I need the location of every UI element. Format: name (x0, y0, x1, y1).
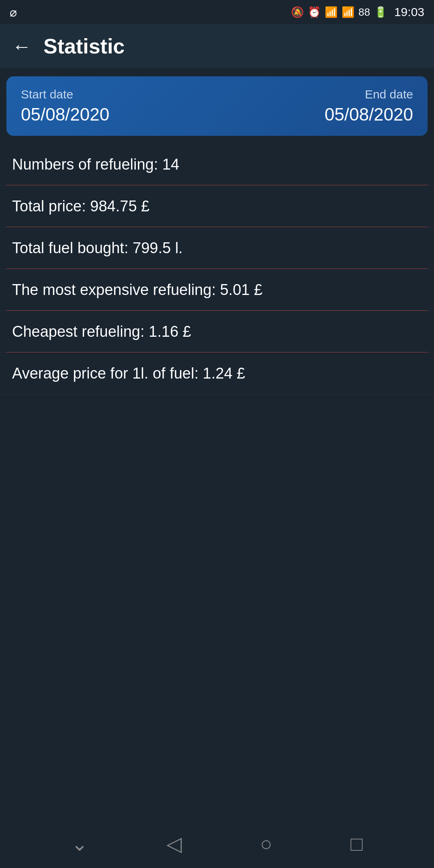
stats-list: Numbers of refueling: 14Total price: 984… (0, 144, 434, 395)
stat-text-refueling-count: Numbers of refueling: 14 (12, 156, 179, 173)
back-button[interactable]: ← (12, 35, 31, 57)
stat-text-most-expensive: The most expensive refueling: 5.01 £ (12, 281, 262, 298)
start-date-value: 05/08/2020 (21, 104, 109, 125)
status-bar: ⌀ 🔕 ⏰ 📶 📶 88 🔋 19:03 (0, 0, 434, 24)
end-date-value: 05/08/2020 (325, 104, 413, 125)
page-title: Statistic (43, 34, 125, 58)
end-date-section: End date 05/08/2020 (325, 88, 413, 125)
stat-item-total-price: Total price: 984.75 £ (0, 186, 434, 227)
battery-level: 88 (358, 6, 370, 18)
clock: 19:03 (394, 5, 424, 19)
stat-item-refueling-count: Numbers of refueling: 14 (0, 144, 434, 186)
stat-item-total-fuel: Total fuel bought: 799.5 l. (0, 227, 434, 269)
recents-icon[interactable]: □ (350, 832, 362, 856)
back-nav-icon[interactable]: ◁ (166, 832, 182, 856)
stat-text-cheapest: Cheapest refueling: 1.16 £ (12, 323, 191, 340)
status-bar-right: 🔕 ⏰ 📶 📶 88 🔋 19:03 (291, 5, 424, 19)
stat-item-cheapest: Cheapest refueling: 1.16 £ (0, 311, 434, 353)
status-bar-left: ⌀ (10, 5, 291, 19)
stat-text-average-price: Average price for 1l. of fuel: 1.24 £ (12, 365, 245, 382)
alarm-icon: ⏰ (308, 6, 321, 18)
date-range-card[interactable]: Start date 05/08/2020 End date 05/08/202… (6, 76, 428, 136)
chevron-down-icon[interactable]: ⌄ (71, 832, 88, 856)
start-date-label: Start date (21, 88, 109, 101)
home-icon[interactable]: ○ (260, 832, 272, 856)
end-date-label: End date (325, 88, 413, 101)
wifi-icon: 📶 (325, 6, 338, 18)
stat-text-total-price: Total price: 984.75 £ (12, 198, 149, 215)
mute-icon: 🔕 (291, 6, 304, 18)
stat-item-average-price: Average price for 1l. of fuel: 1.24 £ (0, 353, 434, 395)
stat-item-most-expensive: The most expensive refueling: 5.01 £ (0, 269, 434, 311)
start-date-section: Start date 05/08/2020 (21, 88, 109, 125)
stat-text-total-fuel: Total fuel bought: 799.5 l. (12, 240, 183, 256)
usb-icon: ⌀ (10, 5, 17, 19)
app-bar: ← Statistic (0, 24, 434, 68)
signal-icon: 📶 (342, 6, 354, 18)
battery-icon: 🔋 (374, 6, 387, 18)
nav-bar: ⌄ ◁ ○ □ (0, 820, 434, 868)
